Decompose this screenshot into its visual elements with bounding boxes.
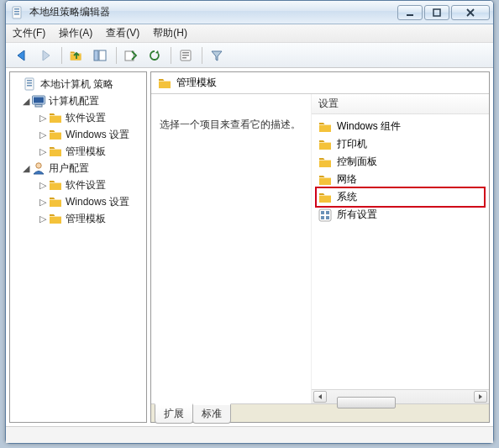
folder-icon: [49, 145, 62, 158]
item-label: 所有设置: [337, 208, 377, 222]
tree-label: 用户配置: [49, 161, 89, 176]
toolbar-separator: [116, 47, 117, 64]
folder-icon: [318, 120, 332, 134]
item-network[interactable]: 网络: [317, 171, 484, 188]
folder-icon: [49, 178, 62, 192]
tree-label: Windows 设置: [66, 195, 129, 209]
column-header-settings[interactable]: 设置: [312, 94, 489, 114]
folder-icon: [49, 111, 62, 124]
toolbar: [6, 43, 493, 68]
close-button[interactable]: [451, 5, 490, 20]
folder-icon: [318, 155, 332, 169]
folder-icon: [49, 128, 62, 141]
folder-icon: [49, 195, 62, 208]
folder-icon: [158, 76, 171, 90]
expand-icon[interactable]: ▷: [37, 129, 49, 140]
svg-rect-18: [94, 50, 98, 61]
collapse-icon[interactable]: ◢: [20, 96, 32, 107]
details-title: 管理模板: [176, 76, 217, 90]
all-settings-icon: [318, 208, 332, 222]
show-hide-tree-button[interactable]: [89, 45, 111, 66]
item-all-settings[interactable]: 所有设置: [317, 206, 484, 224]
item-label: 控制面板: [337, 155, 377, 169]
menu-file[interactable]: 文件(F): [13, 26, 45, 40]
tree-label: 软件设置: [66, 111, 106, 125]
tree-admin-templates[interactable]: ▷ 管理模板: [12, 143, 144, 160]
maximize-button[interactable]: [424, 5, 449, 20]
tree-software-settings[interactable]: ▷ 软件设置: [12, 109, 144, 126]
tree-admin-templates-user[interactable]: ▷ 管理模板: [12, 210, 144, 227]
folder-icon: [318, 173, 332, 187]
settings-list: 设置 Windows 组件 打印机 控制面板: [311, 94, 489, 403]
tree-computer-config[interactable]: ◢ 计算机配置: [12, 92, 144, 109]
tree-label: 软件设置: [66, 178, 106, 192]
expand-icon[interactable]: ▷: [37, 113, 49, 124]
minimize-button[interactable]: [397, 5, 423, 20]
tree-label: 管理模板: [66, 212, 106, 226]
item-label: 网络: [337, 172, 357, 187]
menu-help[interactable]: 帮助(H): [153, 26, 187, 40]
computer-icon: [32, 94, 45, 108]
tab-standard[interactable]: 标准: [192, 403, 231, 424]
expand-icon[interactable]: ▷: [37, 197, 49, 208]
user-icon: [32, 161, 45, 175]
tree-user-config[interactable]: ◢ 用户配置: [12, 160, 144, 177]
description-area: 选择一个项目来查看它的描述。: [151, 94, 311, 403]
menu-action[interactable]: 操作(A): [59, 26, 92, 40]
svg-rect-22: [182, 52, 189, 54]
item-windows-components[interactable]: Windows 组件: [317, 118, 484, 135]
toolbar-separator: [202, 47, 202, 64]
details-header: 管理模板: [151, 72, 489, 94]
item-label: Windows 组件: [337, 119, 401, 134]
menu-bar: 文件(F) 操作(A) 查看(V) 帮助(H): [6, 24, 493, 43]
up-level-button[interactable]: [66, 45, 87, 66]
tree-label: Windows 设置: [66, 128, 129, 142]
title-bar[interactable]: 本地组策略编辑器: [6, 1, 493, 24]
forward-button[interactable]: [34, 45, 56, 66]
column-label: 设置: [318, 97, 339, 111]
refresh-button[interactable]: [144, 45, 165, 66]
tree-pane[interactable]: 本地计算机 策略 ◢ 计算机配置 ▷ 软件设置 ▷ Windows 设置: [9, 71, 147, 423]
details-pane: 管理模板 选择一个项目来查看它的描述。 设置 Windows 组件: [150, 71, 490, 423]
toolbar-separator: [171, 47, 171, 64]
svg-rect-19: [99, 50, 106, 61]
details-tabs: 扩展 标准: [151, 403, 489, 422]
app-window: 本地组策略编辑器 文件(F) 操作(A) 查看(V) 帮助(H): [5, 0, 494, 444]
item-label: 打印机: [337, 137, 367, 151]
scroll-thumb[interactable]: [337, 397, 396, 408]
tree-windows-settings[interactable]: ▷ Windows 设置: [12, 126, 144, 143]
folder-icon: [318, 138, 332, 151]
svg-rect-15: [433, 9, 440, 16]
item-printers[interactable]: 打印机: [317, 135, 484, 153]
scroll-right-button[interactable]: [474, 391, 487, 403]
folder-icon: [318, 191, 332, 204]
client-area: 本地计算机 策略 ◢ 计算机配置 ▷ 软件设置 ▷ Windows 设置: [6, 68, 493, 426]
item-label: 系统: [337, 190, 357, 204]
window-title: 本地组策略编辑器: [29, 5, 397, 19]
menu-view[interactable]: 查看(V): [106, 26, 139, 40]
collapse-icon[interactable]: ◢: [20, 163, 32, 174]
filter-button[interactable]: [206, 45, 228, 66]
expand-icon[interactable]: ▷: [37, 213, 49, 224]
tab-extended[interactable]: 扩展: [155, 403, 193, 424]
description-text: 选择一个项目来查看它的描述。: [160, 119, 301, 130]
app-icon: [11, 6, 24, 19]
item-system[interactable]: 系统: [317, 188, 484, 206]
export-button[interactable]: [120, 45, 142, 66]
tree-windows-settings-user[interactable]: ▷ Windows 设置: [12, 193, 144, 210]
svg-rect-24: [182, 57, 186, 59]
item-control-panel[interactable]: 控制面板: [317, 153, 484, 171]
horizontal-scrollbar[interactable]: [312, 389, 489, 403]
scroll-left-button[interactable]: [313, 391, 327, 403]
expand-icon[interactable]: ▷: [37, 146, 49, 157]
folder-icon: [49, 212, 62, 225]
tree-software-settings-user[interactable]: ▷ 软件设置: [12, 177, 144, 193]
svg-rect-23: [182, 55, 189, 56]
expand-icon[interactable]: ▷: [37, 180, 49, 191]
properties-button[interactable]: [175, 45, 197, 66]
tree-root[interactable]: 本地计算机 策略: [12, 76, 144, 92]
back-button[interactable]: [11, 45, 33, 66]
tree-label: 计算机配置: [49, 94, 99, 108]
tree-label: 本地计算机 策略: [40, 77, 113, 92]
policy-root-icon: [24, 77, 37, 91]
